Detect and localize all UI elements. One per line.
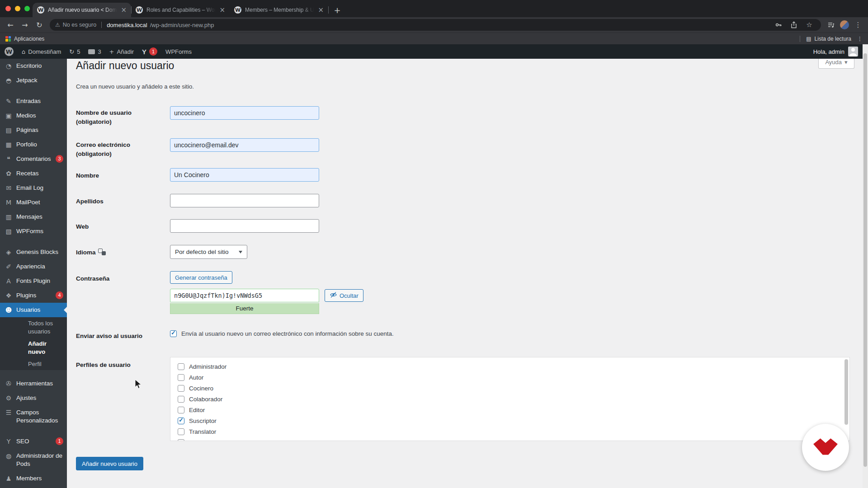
sidebar-item[interactable]: Añadir nuevo: [0, 338, 67, 358]
tab-close-icon[interactable]: ×: [219, 6, 225, 14]
sidebar-item[interactable]: ❖ Plugins 4: [0, 288, 67, 303]
tab-close-icon[interactable]: ×: [318, 6, 324, 14]
sidebar-item[interactable]: Y SEO 1: [0, 434, 67, 449]
sidebar-item[interactable]: A Fonts Plugin: [0, 274, 67, 288]
sidebar-item[interactable]: ◓ Jetpack: [0, 73, 67, 88]
sidebar-item[interactable]: ☻ Usuarios: [0, 303, 67, 317]
role-checkbox[interactable]: [178, 374, 184, 381]
sidebar-item[interactable]: ✿ Recetas: [0, 166, 67, 181]
profile-avatar[interactable]: [838, 19, 851, 31]
role-option[interactable]: Translator: [170, 426, 849, 437]
apps-grid-icon[interactable]: [5, 36, 11, 42]
role-checkbox[interactable]: [178, 428, 184, 435]
reading-list-button[interactable]: Lista de lectura: [815, 36, 851, 42]
role-option[interactable]: Administrador: [170, 361, 849, 372]
reading-list-icon[interactable]: ▤: [806, 36, 811, 42]
role-checkbox[interactable]: [178, 363, 184, 370]
sidebar-item-label: Apariencia: [16, 263, 63, 271]
sidebar-item[interactable]: Perfil: [0, 358, 67, 370]
sidebar-item[interactable]: ▤ Páginas: [0, 123, 67, 137]
send-notice-option[interactable]: Envía al usuario nuevo un correo electró…: [170, 330, 394, 337]
extension-icon[interactable]: [825, 19, 837, 31]
email-field[interactable]: [170, 138, 319, 152]
last-name-field[interactable]: [170, 194, 319, 207]
website-field[interactable]: [170, 219, 319, 233]
reload-icon[interactable]: ↻: [33, 19, 46, 31]
browser-tab[interactable]: W Añadir nuevo usuario < Domes ×: [33, 3, 131, 17]
sidebar-item[interactable]: ◍ Administrador de Pods: [0, 449, 67, 471]
members-icon: ♟: [5, 474, 12, 483]
role-checkbox[interactable]: [178, 396, 184, 403]
apps-bookmark[interactable]: Aplicaciones: [14, 36, 44, 42]
translation-icon: [98, 249, 106, 255]
sidebar-item[interactable]: Todos los usuarios: [0, 317, 67, 338]
sidebar-item[interactable]: ◎ Smush: [0, 486, 67, 488]
yoast-seo-menu[interactable]: Y 1: [142, 47, 157, 56]
sidebar-item[interactable]: ◔ Escritorio: [0, 59, 67, 73]
wp-logo-menu[interactable]: W: [5, 47, 14, 56]
browser-menu-kebab-icon[interactable]: ⋮: [852, 19, 864, 31]
sidebar-item[interactable]: ▧ WPForms: [0, 224, 67, 239]
password-key-icon[interactable]: [772, 19, 785, 31]
minimize-window-button[interactable]: [15, 6, 20, 11]
browser-tab[interactable]: W Members – Membership & Use ×: [230, 3, 328, 17]
role-checkbox[interactable]: [178, 407, 184, 413]
role-option[interactable]: Autor: [170, 372, 849, 383]
role-checkbox[interactable]: [178, 439, 184, 441]
close-window-button[interactable]: [5, 6, 11, 11]
bookmark-star-icon[interactable]: ☆: [803, 19, 816, 31]
scrollbar-thumb[interactable]: [863, 53, 867, 467]
account-greeting[interactable]: Hola, admin: [813, 48, 844, 55]
browser-tab[interactable]: W Roles and Capabilities – WordP ×: [131, 3, 230, 17]
page-scrollbar[interactable]: [863, 44, 868, 488]
sidebar-item[interactable]: ✐ Apariencia: [0, 259, 67, 274]
user-avatar[interactable]: [848, 47, 858, 56]
sidebar-item[interactable]: ▦ Porfolio: [0, 137, 67, 152]
sidebar-item[interactable]: ⚙ Ajustes: [0, 391, 67, 405]
sidebar-item[interactable]: ♟ Members: [0, 471, 67, 486]
address-bar[interactable]: ⚠ No es seguro domestika.local /wp-admin…: [50, 19, 821, 31]
sidebar-item-label: Comentarios: [16, 155, 51, 163]
site-name-menu[interactable]: ⌂ Domestiñam: [22, 48, 61, 55]
sidebar-item[interactable]: ◈ Genesis Blocks: [0, 245, 67, 259]
sidebar-item[interactable]: ✎ Entradas: [0, 94, 67, 108]
sidebar-item[interactable]: ✉ Email Log: [0, 181, 67, 195]
new-content-menu[interactable]: + Añadir: [109, 48, 134, 55]
send-notice-checkbox[interactable]: [170, 330, 177, 337]
role-checkbox[interactable]: [178, 418, 184, 424]
help-tab[interactable]: Ayuda▾: [818, 59, 854, 69]
sidebar-item[interactable]: ❝ Comentarios 3: [0, 152, 67, 166]
users-icon: ☻: [5, 306, 12, 314]
admin-content: Ayuda▾ Añadir nuevo usuario Crea un nuev…: [67, 59, 863, 488]
first-name-field[interactable]: [170, 168, 319, 182]
wpforms-menu[interactable]: WPForms: [165, 48, 192, 55]
password-field[interactable]: [170, 289, 319, 302]
new-tab-button[interactable]: +: [328, 3, 346, 17]
forward-icon[interactable]: →: [18, 19, 32, 31]
generate-password-button[interactable]: Generar contraseña: [170, 271, 232, 284]
role-option[interactable]: Suscriptor: [170, 415, 849, 426]
back-icon[interactable]: ←: [4, 19, 17, 31]
username-field[interactable]: [170, 106, 319, 120]
comments-menu[interactable]: 3: [88, 48, 101, 55]
role-option[interactable]: Editor: [170, 404, 849, 415]
maximize-window-button[interactable]: [24, 6, 30, 11]
roles-scrollbar-thumb[interactable]: [844, 359, 848, 425]
sidebar-item[interactable]: ✇ Herramientas: [0, 376, 67, 391]
sidebar-item[interactable]: ▥ Mensajes: [0, 210, 67, 224]
domestika-logo-widget[interactable]: [802, 424, 849, 471]
role-checkbox[interactable]: [178, 385, 184, 392]
role-option[interactable]: SEO Editor: [170, 437, 849, 441]
sidebar-item[interactable]: M MailPoet: [0, 195, 67, 210]
tab-close-icon[interactable]: ×: [121, 6, 127, 14]
bookmarks-kebab-icon[interactable]: ⋮: [857, 36, 863, 42]
sidebar-item[interactable]: ☰ Campos Personalizados: [0, 405, 67, 428]
updates-menu[interactable]: ↻ 5: [69, 48, 80, 55]
add-user-submit-button[interactable]: Añadir nuevo usuario: [76, 457, 143, 470]
sidebar-item[interactable]: ▣ Medios: [0, 108, 67, 123]
language-select[interactable]: Por defecto del sitio: [170, 245, 247, 259]
role-option[interactable]: Cocinero: [170, 383, 849, 394]
hide-password-button[interactable]: Ocultar: [325, 289, 363, 302]
share-icon[interactable]: [788, 19, 800, 31]
role-option[interactable]: Colaborador: [170, 394, 849, 404]
